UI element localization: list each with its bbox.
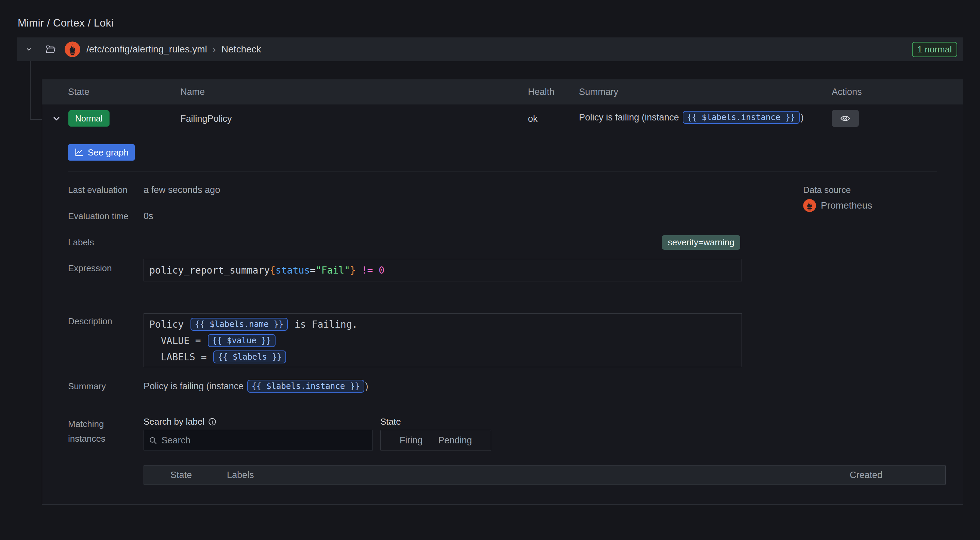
column-header-summary: Summary <box>579 87 619 97</box>
status-count-badge: 1 normal <box>912 42 957 57</box>
template-pill: {{ $labels.instance }} <box>247 380 364 393</box>
search-by-label-heading: Search by label <box>143 416 217 427</box>
matching-instances-label-line1: Matching <box>68 419 104 429</box>
state-filter-heading: State <box>380 416 401 427</box>
column-header-actions: Actions <box>832 87 862 97</box>
search-input-wrap <box>143 430 373 451</box>
rule-health: ok <box>528 114 538 124</box>
column-header-name: Name <box>180 87 205 97</box>
pending-filter-button[interactable]: Pending <box>438 435 472 446</box>
code-token: policy_report_summary <box>150 265 270 276</box>
severity-label-badge: severity=warning <box>662 235 740 250</box>
code-token: 0 <box>379 265 384 276</box>
row-expand-chevron-icon[interactable] <box>52 114 61 123</box>
column-header-state: State <box>68 87 89 97</box>
template-pill: {{ $value }} <box>208 334 275 347</box>
instances-column-state: State <box>170 470 192 481</box>
text-segment: VALUE = <box>150 335 207 346</box>
see-graph-label: See graph <box>88 147 129 158</box>
alert-rules-page: Mimir / Cortex / Loki /etc/config/alerti… <box>0 0 980 540</box>
prometheus-icon <box>803 199 816 212</box>
text-segment: ) <box>801 112 804 123</box>
tree-connector-vertical <box>30 61 30 120</box>
rule-summary-cell: Policy is failing (instance {{ $labels.i… <box>579 111 804 124</box>
expression-label: Expression <box>68 263 112 274</box>
description-label: Description <box>68 316 112 327</box>
tree-connector-horizontal <box>30 119 42 120</box>
search-input[interactable] <box>161 435 368 446</box>
rule-name: FailingPolicy <box>180 114 232 124</box>
instances-column-created: Created <box>850 470 882 481</box>
rule-file-path: /etc/config/alerting_rules.yml <box>86 44 207 55</box>
evaluation-time-value: 0s <box>143 211 153 221</box>
rule-group-name: Netcheck <box>221 44 261 55</box>
instances-column-labels: Labels <box>227 470 254 481</box>
code-token: } <box>350 265 356 276</box>
text-segment: LABELS = <box>150 352 212 363</box>
expression-code: policy_report_summary{status="Fail"} != … <box>150 265 384 276</box>
description-line: Policy {{ $labels.name }} is Failing. <box>150 316 741 333</box>
description-box: Policy {{ $labels.name }} is Failing. VA… <box>143 314 742 367</box>
view-rule-button[interactable] <box>832 110 859 127</box>
search-by-label-text: Search by label <box>143 416 204 427</box>
labels-label: Labels <box>68 237 94 248</box>
rule-state-badge: Normal <box>68 110 110 127</box>
code-token: "Fail" <box>316 265 350 276</box>
state-filter-group: Firing Pending <box>380 430 491 451</box>
template-pill: {{ $labels.name }} <box>191 318 288 331</box>
code-token: { <box>270 265 275 276</box>
firing-filter-button[interactable]: Firing <box>400 435 423 446</box>
collapse-chevron-icon[interactable] <box>25 46 33 53</box>
code-token <box>356 265 361 276</box>
instances-table-header: State Labels Created <box>143 465 946 485</box>
code-token: = <box>310 265 316 276</box>
page-title: Mimir / Cortex / Loki <box>18 17 114 29</box>
text-segment: ) <box>365 381 368 392</box>
datasource-row: Prometheus <box>803 199 872 212</box>
code-token: != <box>361 265 373 276</box>
search-icon <box>149 436 157 445</box>
eye-icon <box>840 113 851 124</box>
last-evaluation-value: a few seconds ago <box>143 185 220 195</box>
text-segment: is Failing. <box>289 319 358 330</box>
expression-box[interactable]: policy_report_summary{status="Fail"} != … <box>143 259 742 281</box>
code-token <box>373 265 379 276</box>
evaluation-time-label: Evaluation time <box>68 211 129 221</box>
info-icon[interactable] <box>208 417 217 426</box>
text-segment: Policy is failing (instance <box>579 112 682 123</box>
column-header-health: Health <box>528 87 554 97</box>
description-line: LABELS = {{ $labels }} <box>150 349 741 365</box>
rule-group-bar[interactable]: /etc/config/alerting_rules.yml › Netchec… <box>17 37 963 61</box>
breadcrumb-separator: › <box>213 43 216 55</box>
description-line: VALUE = {{ $value }} <box>150 333 741 349</box>
chart-line-icon <box>74 148 84 157</box>
text-segment: Policy <box>150 319 189 330</box>
section-divider <box>68 171 937 172</box>
template-pill: {{ $labels }} <box>213 350 286 363</box>
template-pill: {{ $labels.instance }} <box>683 111 800 124</box>
see-graph-button[interactable]: See graph <box>68 144 135 161</box>
matching-instances-label-line2: instances <box>68 433 105 444</box>
last-evaluation-label: Last evaluation <box>68 185 127 195</box>
datasource-name: Prometheus <box>821 200 872 211</box>
code-token: status <box>275 265 310 276</box>
prometheus-icon <box>65 41 80 57</box>
datasource-label: Data source <box>803 185 851 195</box>
text-segment: Policy is failing (instance <box>143 381 246 392</box>
summary-value: Policy is failing (instance {{ $labels.i… <box>143 380 368 393</box>
summary-label: Summary <box>68 381 106 392</box>
rule-details-card: State Name Health Summary Actions Normal… <box>42 79 963 505</box>
rules-table-header: State Name Health Summary Actions <box>42 79 963 105</box>
folder-icon <box>45 44 56 55</box>
